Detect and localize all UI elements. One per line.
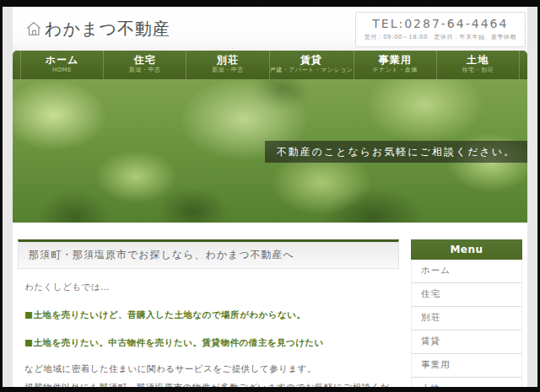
nav-item-houses[interactable]: 住宅 新築・中古 xyxy=(103,51,186,79)
nav-item-sublabel: 新築・中古 xyxy=(186,67,268,74)
nav-item-label: 別荘 xyxy=(186,54,268,67)
sidebar: Menu ホーム 住宅 別荘 賃貸 事業用 土地 会社概要 お問い合わせ xyxy=(411,239,522,387)
hero-image: 不動産のことならお気軽にご相談ください。 xyxy=(13,79,527,223)
nav-item-sublabel: テナント・倉庫 xyxy=(354,67,436,74)
nav-item-sublabel: HOME xyxy=(21,67,103,74)
tel-hours-note: 受付：09:00～18:00 定休日：年末年始、夏季休暇 xyxy=(364,33,516,41)
site-logo[interactable]: わかまつ不動産 xyxy=(24,18,170,40)
nav-item-label: ホーム xyxy=(21,54,103,67)
tel-box: TEL:0287-64-4464 受付：09:00～18:00 定休日：年末年始… xyxy=(355,12,526,47)
nav-item-label: 住宅 xyxy=(104,54,186,67)
sidebar-item-houses[interactable]: 住宅 xyxy=(412,283,521,307)
nav-item-villas[interactable]: 別荘 新築・中古 xyxy=(186,51,268,79)
body-paragraph: 掲載物件以外にも那須町、那須塩原市の物件が多数ございますのでお気軽にご相談くださ… xyxy=(24,382,392,387)
hero-catchphrase: 不動産のことならお気軽にご相談ください。 xyxy=(265,141,527,163)
sidebar-item-business[interactable]: 事業用 xyxy=(412,354,521,378)
nav-item-home[interactable]: ホーム HOME xyxy=(20,51,103,79)
global-nav: ホーム HOME 住宅 新築・中古 別荘 新築・中古 賃貸 戸建・アパート・マン… xyxy=(13,51,527,79)
page-title: 那須町・那須塩原市でお探しなら、わかまつ不動産へ xyxy=(18,239,399,269)
sidebar-item-rentals[interactable]: 賃貸 xyxy=(412,330,521,354)
nav-item-sublabel: 住宅・別荘 xyxy=(437,67,519,74)
sidebar-item-home[interactable]: ホーム xyxy=(412,260,521,283)
sidebar-item-villas[interactable]: 別荘 xyxy=(412,307,521,330)
intro-text: わたくしどもでは… xyxy=(24,282,392,293)
nav-item-business[interactable]: 事業用 テナント・倉庫 xyxy=(354,51,436,79)
site-header: わかまつ不動産 TEL:0287-64-4464 受付：09:00～18:00 … xyxy=(13,7,527,51)
nav-item-label: 事業用 xyxy=(354,54,436,67)
home-icon xyxy=(24,19,43,38)
nav-item-sublabel: 新築・中古 xyxy=(104,67,186,74)
site-title: わかまつ不動産 xyxy=(45,18,170,40)
nav-item-rentals[interactable]: 賃貸 戸建・アパート・マンション xyxy=(269,51,354,79)
nav-item-sublabel: 戸建・アパート・マンション xyxy=(270,67,354,74)
page: わかまつ不動産 TEL:0287-64-4464 受付：09:00～18:00 … xyxy=(3,7,537,387)
bullet-item: ■土地を売りたい。中古物件を売りたい。賃貸物件の借主を見つけたい xyxy=(24,337,392,349)
site-wrapper: わかまつ不動産 TEL:0287-64-4464 受付：09:00～18:00 … xyxy=(13,7,527,387)
sidebar-menu-title: Menu xyxy=(411,239,522,260)
content-area: 那須町・那須塩原市でお探しなら、わかまつ不動産へ わたくしどもでは… ■土地を売… xyxy=(13,223,527,387)
sidebar-menu: ホーム 住宅 別荘 賃貸 事業用 土地 会社概要 お問い合わせ xyxy=(411,260,522,387)
nav-item-land[interactable]: 土地 住宅・別荘 xyxy=(436,51,520,79)
nav-item-label: 賃貸 xyxy=(270,54,354,67)
body-paragraph: など地域に密着した住まいに関わるサービスをご提供して参ります。 xyxy=(24,363,392,375)
sidebar-item-land[interactable]: 土地 xyxy=(412,378,521,387)
nav-item-label: 土地 xyxy=(437,54,519,67)
bullet-item: ■土地を売りたいけど、昔購入した土地なので場所がわからない。 xyxy=(24,309,392,321)
main-column: 那須町・那須塩原市でお探しなら、わかまつ不動産へ わたくしどもでは… ■土地を売… xyxy=(18,239,399,387)
tel-number: TEL:0287-64-4464 xyxy=(364,17,516,30)
